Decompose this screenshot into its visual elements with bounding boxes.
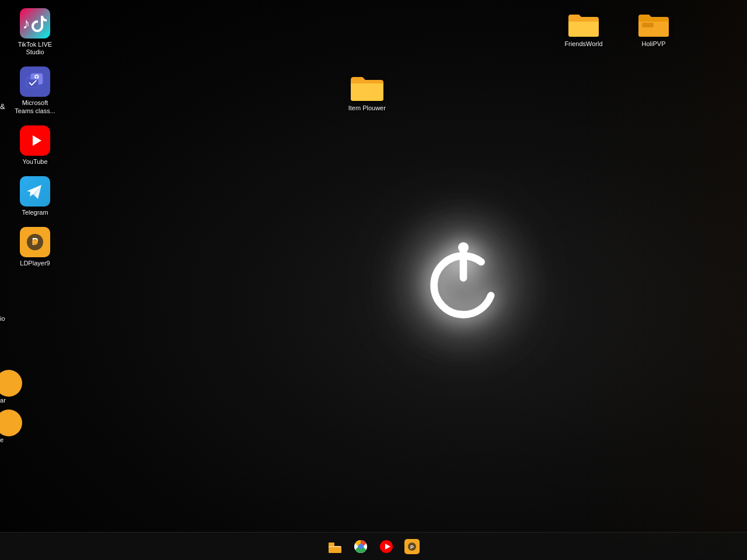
ldplayer9-icon[interactable]: P LDPlayer9 — [12, 225, 58, 270]
item-plouwer-folder[interactable]: Item Plouwer — [344, 73, 390, 111]
taskbar-file-explorer[interactable] — [323, 535, 347, 558]
taskbar: P — [0, 532, 747, 560]
item-plouwer-label: Item Plouwer — [348, 104, 386, 111]
telegram-icon-image — [20, 176, 50, 206]
friendsworld-folder[interactable]: FriendsWorld — [560, 9, 607, 50]
svg-rect-16 — [642, 23, 654, 27]
svg-text:P: P — [410, 544, 414, 550]
item-plouwer-folder-image — [350, 73, 385, 104]
taskbar-media-player[interactable] — [375, 535, 398, 558]
partial-icons-left: ear ne — [0, 370, 22, 443]
microsoft-teams-icon[interactable]: T Microsoft Teams class... — [12, 64, 58, 117]
ldplayer-icon-image: P — [20, 227, 50, 257]
svg-point-2 — [458, 242, 469, 253]
taskbar-icons: P — [323, 535, 424, 558]
holipvp-label: HoliPVP — [642, 40, 666, 48]
tiktok-icon-image — [20, 8, 50, 38]
svg-point-15 — [32, 239, 38, 245]
partial-text-io: io — [0, 315, 5, 322]
partial-circle-icon-2 — [0, 410, 22, 436]
youtube-icon-image — [20, 125, 50, 156]
taskbar-ldplayer[interactable]: P — [400, 535, 424, 558]
power-icon — [411, 228, 516, 332]
partial-text-amp: & — [0, 102, 5, 111]
svg-text:T: T — [36, 75, 39, 80]
partial-icon-1[interactable]: ear — [0, 370, 22, 404]
svg-point-22 — [358, 544, 363, 549]
desktop-glare — [572, 0, 747, 560]
item-plouwer-icon-container[interactable]: Item Plouwer — [344, 73, 390, 111]
holipvp-folder-image — [637, 11, 670, 40]
taskbar-chrome[interactable] — [349, 535, 372, 558]
desktop: TikTok LIVE Studio T Microsoft Teams cla… — [0, 0, 747, 560]
partial-icon-2-label: ne — [0, 436, 4, 443]
microsoft-teams-label: Microsoft Teams class... — [14, 99, 56, 114]
youtube-icon[interactable]: YouTube — [12, 123, 58, 168]
holipvp-folder[interactable]: HoliPVP — [630, 9, 677, 50]
tiktok-live-studio-icon[interactable]: TikTok LIVE Studio — [12, 6, 58, 58]
telegram-label: Telegram — [22, 209, 48, 216]
tiktok-live-studio-label: TikTok LIVE Studio — [14, 41, 56, 56]
friendsworld-folder-image — [567, 11, 600, 40]
telegram-icon[interactable]: Telegram — [12, 174, 58, 219]
desktop-icons-left: TikTok LIVE Studio T Microsoft Teams cla… — [12, 6, 58, 270]
partial-icon-1-label: ear — [0, 397, 6, 404]
ldplayer9-label: LDPlayer9 — [20, 260, 50, 267]
teams-icon-image: T — [20, 66, 50, 97]
desktop-icons-top-right: FriendsWorld HoliPVP — [560, 9, 677, 50]
partial-circle-icon — [0, 370, 22, 397]
friendsworld-label: FriendsWorld — [564, 40, 602, 48]
power-button-watermark — [370, 187, 557, 373]
partial-icon-2[interactable]: ne — [0, 410, 22, 443]
svg-rect-19 — [329, 547, 341, 553]
youtube-label: YouTube — [22, 158, 47, 166]
